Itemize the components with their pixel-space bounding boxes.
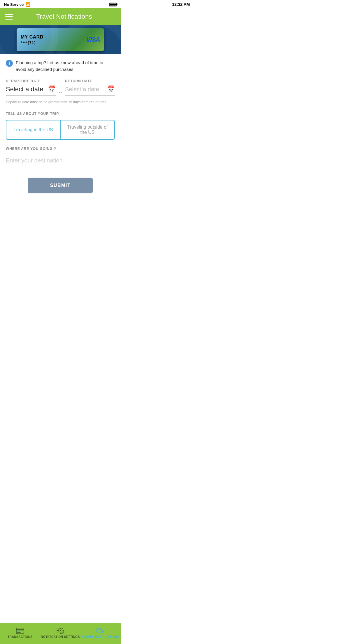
card-logo: VISA — [86, 36, 100, 43]
info-banner: i Planning a trip? Let us know ahead of … — [6, 60, 115, 73]
return-date-field: RETURN DATE Select a date 📅 — [65, 79, 115, 96]
card: MY CARD ****[71] VISA — [17, 28, 104, 51]
trip-us-button[interactable]: Traveling in the US — [6, 120, 61, 140]
info-text: Planning a trip? Let us know ahead of ti… — [16, 60, 115, 73]
status-left: No Service 📶 — [4, 2, 30, 7]
return-calendar-icon[interactable]: 📅 — [107, 85, 115, 93]
return-date-row[interactable]: Select a date 📅 — [65, 85, 115, 96]
card-banner: MY CARD ****[71] VISA — [0, 25, 121, 54]
departure-date-row[interactable]: Select a date 📅 — [6, 85, 56, 96]
header: Travel Notifications — [0, 8, 121, 25]
status-bar: No Service 📶 12:32 AM — [0, 0, 121, 8]
destination-input[interactable] — [6, 155, 115, 167]
submit-button[interactable]: SUBMIT — [28, 178, 93, 193]
trip-toggle: Traveling in the US Traveling outside of… — [6, 120, 115, 140]
battery-icon — [109, 3, 117, 6]
date-section: DEPARTURE DATE Select a date 📅 -- RETURN… — [6, 79, 115, 96]
date-hint: Departure date must be no greater than 1… — [6, 100, 115, 105]
status-right — [109, 3, 117, 6]
wifi-icon: 📶 — [25, 2, 30, 7]
trip-section-label: TELL US ABOUT YOUR TRIP — [6, 112, 115, 116]
date-separator: -- — [59, 90, 62, 96]
card-name: MY CARD — [21, 34, 43, 40]
return-date-value: Select a date — [65, 86, 105, 93]
departure-date-label: DEPARTURE DATE — [6, 79, 56, 83]
hamburger-menu[interactable] — [5, 14, 13, 20]
departure-date-value: Select a date — [6, 85, 45, 93]
card-number: ****[71] — [21, 41, 43, 45]
return-date-label: RETURN DATE — [65, 79, 115, 83]
main-content: i Planning a trip? Let us know ahead of … — [0, 54, 121, 222]
info-icon: i — [6, 60, 13, 67]
destination-section: WHERE ARE YOU GOING ? — [6, 147, 115, 167]
departure-date-field: DEPARTURE DATE Select a date 📅 — [6, 79, 56, 96]
page-title: Travel Notifications — [13, 13, 115, 20]
no-service-text: No Service — [4, 2, 24, 7]
card-left: MY CARD ****[71] — [21, 34, 43, 45]
departure-calendar-icon[interactable]: 📅 — [48, 85, 56, 93]
trip-outside-us-button[interactable]: Traveling outside of the US — [61, 120, 115, 140]
destination-label: WHERE ARE YOU GOING ? — [6, 147, 115, 151]
